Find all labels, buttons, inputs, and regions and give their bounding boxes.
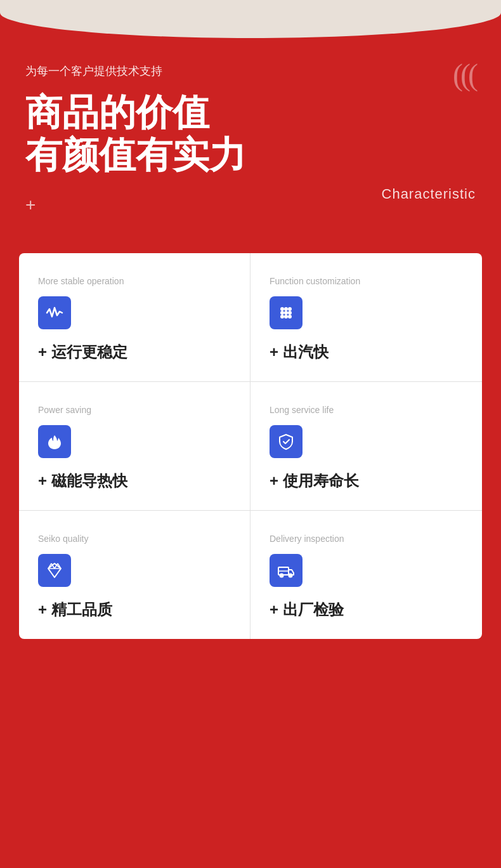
feature-title-delivery: + 出厂检验	[270, 600, 463, 620]
feature-icon-dots	[270, 296, 303, 329]
feature-label-steam: Function customization	[270, 276, 463, 286]
characteristic-label: Characteristic	[382, 186, 476, 202]
feature-cell-power: Power saving + 磁能导热快	[19, 382, 251, 511]
features-card: More stable operation + 运行更稳定 Function c…	[19, 253, 482, 639]
subtitle: 为每一个客户提供技术支持	[25, 63, 476, 79]
feature-label-stable: More stable operation	[38, 276, 231, 286]
dots-icon	[277, 304, 295, 322]
feature-label-life: Long service life	[270, 405, 463, 415]
feature-icon-diamond	[38, 554, 71, 587]
svg-point-1	[285, 308, 287, 310]
quote-marks: (((	[453, 57, 476, 92]
feature-title-power: + 磁能导热快	[38, 471, 231, 491]
feature-label-quality: Seiko quality	[38, 534, 231, 544]
waveform-icon	[46, 304, 63, 322]
feature-title-life: + 使用寿命长	[270, 471, 463, 491]
header-section: ((( 为每一个客户提供技术支持 商品的价值 有颜值有实力 Characteri…	[0, 38, 501, 253]
feature-label-delivery: Delivery inspection	[270, 534, 463, 544]
truck-icon	[277, 562, 295, 579]
diamond-icon	[46, 562, 63, 579]
feature-label-power: Power saving	[38, 405, 231, 415]
feature-icon-flame	[38, 425, 71, 458]
svg-point-5	[289, 312, 291, 314]
feature-icon-waveform	[38, 296, 71, 329]
features-grid: More stable operation + 运行更稳定 Function c…	[19, 253, 482, 639]
feature-icon-shield	[270, 425, 303, 458]
svg-point-7	[285, 315, 287, 318]
flame-icon	[46, 433, 63, 450]
svg-point-17	[289, 574, 292, 577]
svg-point-16	[280, 574, 283, 577]
svg-point-8	[289, 315, 291, 318]
feature-title-quality: + 精工品质	[38, 600, 231, 620]
feature-cell-quality: Seiko quality + 精工品质	[19, 511, 251, 639]
feature-icon-truck	[270, 554, 303, 587]
feature-cell-life: Long service life + 使用寿命长	[251, 382, 482, 511]
svg-point-4	[285, 312, 287, 314]
shield-icon	[277, 433, 295, 450]
svg-point-2	[289, 308, 291, 310]
feature-title-steam: + 出汽快	[270, 342, 463, 362]
svg-point-3	[281, 312, 283, 314]
feature-title-stable: + 运行更稳定	[38, 342, 231, 362]
top-wave	[0, 0, 501, 38]
feature-cell-stable: More stable operation + 运行更稳定	[19, 253, 251, 382]
feature-cell-delivery: Delivery inspection + 出厂检验	[251, 511, 482, 639]
svg-point-0	[281, 308, 283, 310]
main-title: 商品的价值 有颜值有实力	[25, 91, 476, 176]
feature-cell-steam: Function customization + 出汽快	[251, 253, 482, 382]
svg-point-6	[281, 315, 283, 318]
